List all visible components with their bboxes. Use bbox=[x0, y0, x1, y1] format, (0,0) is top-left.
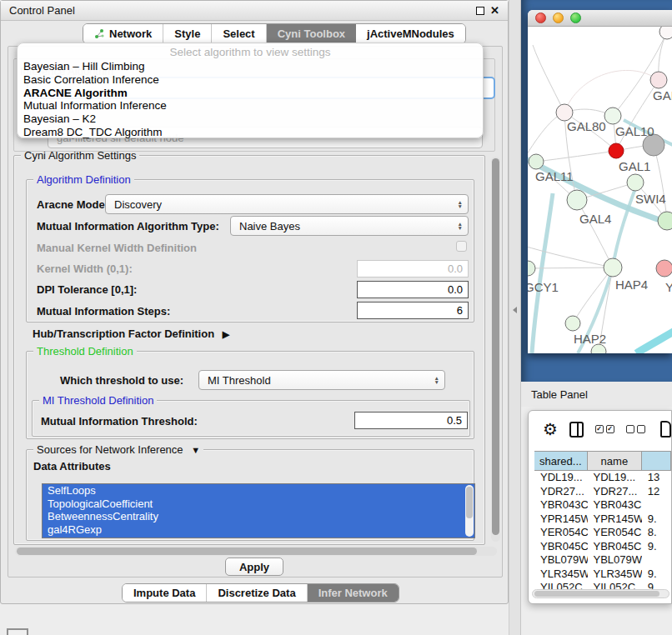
threshold-definition-group: Threshold Definition Which threshold to … bbox=[26, 351, 474, 439]
dropdown-item[interactable]: Bayesian – Hill Climbing bbox=[18, 60, 483, 73]
node[interactable] bbox=[567, 190, 587, 210]
mi-steps-field[interactable]: 6 bbox=[357, 302, 469, 319]
settings-horizontal-scrollbar[interactable] bbox=[15, 547, 497, 556]
tab-impute-data[interactable]: Impute Data bbox=[123, 584, 207, 602]
panel-divider[interactable] bbox=[509, 0, 521, 635]
hub-factor-expander[interactable]: Hub/Transcription Factor Definition ▶ bbox=[33, 328, 229, 340]
expanded-arrow-icon: ▼ bbox=[191, 445, 200, 455]
threshold-definition-title: Threshold Definition bbox=[33, 345, 137, 358]
node[interactable] bbox=[650, 72, 667, 88]
scrollbar-thumb[interactable] bbox=[534, 591, 659, 597]
node[interactable] bbox=[658, 212, 672, 230]
document-icon[interactable] bbox=[660, 421, 671, 438]
node-table: shared... name YDL19...YDL19...13 YDR27.… bbox=[534, 451, 671, 595]
algorithm-definition-group: Algorithm Definition Aracne Mode: Discov… bbox=[26, 179, 474, 322]
apply-button[interactable]: Apply bbox=[225, 558, 283, 576]
close-icon[interactable]: ✕ bbox=[490, 7, 499, 15]
which-threshold-label: Which threshold to use: bbox=[60, 374, 183, 387]
mi-steps-label: Mutual Information Steps: bbox=[37, 305, 170, 318]
table-header-row: shared... name bbox=[534, 451, 671, 471]
kernel-width-field[interactable]: 0.0 bbox=[357, 260, 469, 278]
checked-boxes-icon[interactable]: ✓ ✓ bbox=[595, 425, 614, 433]
node-label: HAP4 bbox=[615, 278, 648, 292]
collapsed-arrow-icon: ▶ bbox=[223, 329, 229, 339]
table-row[interactable]: YBL079WYBL079W bbox=[534, 553, 671, 568]
collapse-left-icon[interactable] bbox=[513, 307, 517, 313]
network-icon bbox=[94, 28, 105, 39]
table-panel-title: Table Panel bbox=[531, 388, 588, 401]
list-item[interactable]: gal4RGexp bbox=[43, 523, 474, 537]
cyni-toolbox-content: Inference Algorithm gal-filtered sif def… bbox=[8, 46, 503, 578]
close-traffic-light-icon[interactable] bbox=[535, 12, 546, 23]
table-row[interactable]: YBR043CYBR043C bbox=[534, 498, 671, 512]
table-row[interactable]: YDR27...YDR27...12 bbox=[534, 485, 671, 499]
node[interactable] bbox=[627, 174, 644, 191]
node[interactable] bbox=[529, 154, 544, 169]
manual-kernel-checkbox[interactable] bbox=[456, 241, 467, 252]
network-graph[interactable]: GAL GAL80 GAL10 GAL1 GAL11 SWI4 GAL4 GCY… bbox=[528, 27, 672, 353]
column-header[interactable]: name bbox=[588, 452, 642, 470]
tab-discretize-data[interactable]: Discretize Data bbox=[207, 584, 307, 602]
list-item[interactable]: TopologicalCoefficient bbox=[43, 498, 474, 511]
node[interactable] bbox=[528, 261, 535, 276]
node[interactable] bbox=[604, 108, 621, 124]
float-panel-icon[interactable] bbox=[476, 7, 484, 15]
gear-icon[interactable]: ⚙ bbox=[543, 421, 558, 438]
tab-infer-network[interactable]: Infer Network bbox=[308, 584, 399, 602]
kernel-width-label: Kernel Width (0,1): bbox=[37, 262, 133, 275]
network-window-titlebar[interactable] bbox=[528, 10, 672, 27]
manual-kernel-label: Manual Kernel Width Definition bbox=[37, 242, 197, 254]
mi-threshold-label: Mutual Information Threshold: bbox=[41, 415, 198, 428]
data-attributes-list[interactable]: SelfLoops TopologicalCoefficient Between… bbox=[42, 483, 475, 538]
node[interactable] bbox=[565, 316, 580, 331]
table-panel-header: Table Panel bbox=[521, 382, 672, 407]
node[interactable] bbox=[659, 27, 672, 39]
unchecked-boxes-icon[interactable] bbox=[626, 425, 645, 433]
split-column-icon[interactable] bbox=[569, 422, 584, 438]
mi-type-combo[interactable]: Naive Bayes ▲▼ bbox=[230, 216, 469, 236]
node-label: GAL11 bbox=[535, 169, 574, 183]
column-header[interactable] bbox=[642, 452, 671, 470]
scrollbar-thumb[interactable] bbox=[492, 158, 499, 535]
column-header[interactable]: shared... bbox=[534, 452, 588, 470]
settings-vertical-scrollbar[interactable] bbox=[491, 157, 500, 542]
table-row[interactable]: YLR345WYLR345W9. bbox=[534, 568, 671, 582]
dropdown-item-selected[interactable]: ARACNE Algorithm bbox=[18, 87, 483, 100]
dpi-tolerance-field[interactable]: 0.0 bbox=[357, 281, 469, 298]
dropdown-item[interactable]: Mutual Information Inference bbox=[18, 99, 483, 112]
minimize-traffic-light-icon[interactable] bbox=[553, 12, 564, 23]
node[interactable] bbox=[604, 258, 622, 277]
node-label: GAL1 bbox=[619, 159, 650, 173]
list-item[interactable]: SelfLoops bbox=[43, 484, 474, 498]
dropdown-prompt: Select algorithm to view settings bbox=[18, 46, 483, 60]
minimized-panel-icon[interactable] bbox=[7, 628, 28, 635]
tab-network[interactable]: Network bbox=[83, 24, 163, 43]
node-label: GAL bbox=[653, 88, 672, 102]
tab-select[interactable]: Select bbox=[212, 24, 266, 43]
sources-expander[interactable]: Sources for Network Inference ▼ bbox=[33, 443, 203, 456]
which-threshold-combo[interactable]: MI Threshold ▲▼ bbox=[198, 370, 445, 390]
table-row[interactable]: YER054CYER054C8. bbox=[534, 526, 671, 540]
table-horizontal-scrollbar[interactable] bbox=[532, 589, 669, 598]
zoom-traffic-light-icon[interactable] bbox=[570, 12, 581, 23]
node-red[interactable] bbox=[609, 143, 624, 158]
aracne-mode-combo[interactable]: Discovery ▲▼ bbox=[105, 194, 469, 214]
table-row[interactable]: YDL19...YDL19...13 bbox=[534, 471, 671, 485]
scrollbar-thumb[interactable] bbox=[466, 487, 473, 518]
network-view-window[interactable]: GAL GAL80 GAL10 GAL1 GAL11 SWI4 GAL4 GCY… bbox=[528, 10, 672, 353]
table-row[interactable]: YPR145WYPR145W9. bbox=[534, 512, 671, 527]
tab-jactivemnodules[interactable]: jActiveMNodules bbox=[356, 24, 465, 43]
dropdown-item[interactable]: Basic Correlation Inference bbox=[18, 73, 483, 87]
dropdown-item[interactable]: Dream8 DC_TDC Algorithm bbox=[18, 126, 483, 139]
tab-cyni-toolbox[interactable]: Cyni Toolbox bbox=[267, 24, 356, 43]
mi-threshold-field[interactable]: 0.5 bbox=[354, 412, 468, 429]
table-row[interactable]: YBR045CYBR045C9. bbox=[534, 540, 671, 554]
scrollbar-thumb[interactable] bbox=[17, 548, 477, 555]
panel-title: Control Panel bbox=[9, 4, 75, 17]
list-item[interactable]: BetweennessCentrality bbox=[43, 510, 474, 523]
list-scrollbar[interactable] bbox=[465, 485, 474, 537]
node[interactable] bbox=[556, 104, 573, 121]
dropdown-item[interactable]: Bayesian – K2 bbox=[18, 112, 483, 126]
tab-style[interactable]: Style bbox=[163, 24, 212, 43]
node[interactable] bbox=[656, 260, 672, 277]
